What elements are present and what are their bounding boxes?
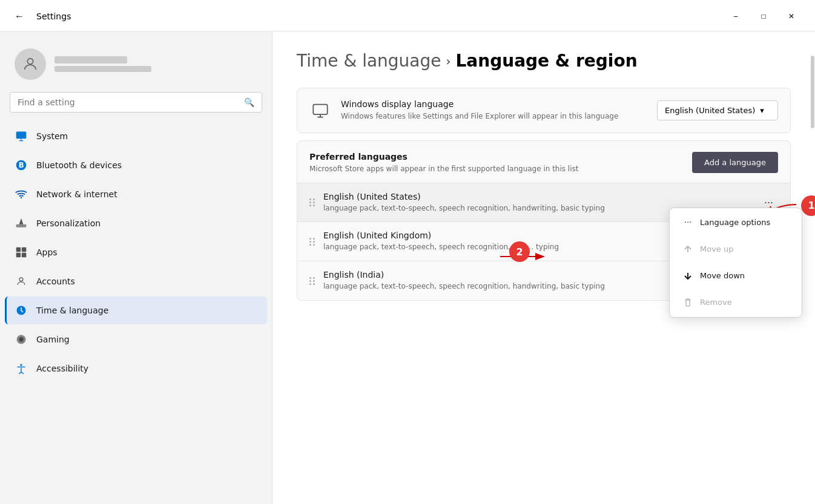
svg-text:B: B [19, 161, 24, 169]
breadcrumb: Time & language › Language & region [297, 51, 791, 71]
sidebar-item-network[interactable]: Network & internet [5, 180, 267, 208]
context-menu-language-options-label: Language options [700, 218, 770, 227]
user-name [54, 56, 127, 64]
app-title: Settings [36, 11, 71, 21]
breadcrumb-current: Language & region [456, 51, 638, 71]
windows-display-language-card: Windows display language Windows feature… [297, 88, 791, 133]
svg-rect-9 [22, 253, 27, 258]
display-language-value: English (United States) [665, 106, 755, 115]
sidebar-item-accounts[interactable]: Accounts [5, 267, 267, 295]
arrow-down-icon [682, 270, 694, 282]
sidebar-item-gaming[interactable]: Gaming [5, 326, 267, 353]
monitor-icon [15, 129, 28, 143]
add-language-button[interactable]: Add a language [692, 152, 778, 173]
context-menu-remove: Remove [672, 290, 799, 315]
sidebar-label-apps: Apps [36, 247, 58, 257]
svg-rect-7 [22, 247, 27, 252]
language-name-en-us: English (United States) [323, 192, 751, 201]
scrollbar-track [810, 31, 815, 504]
sidebar-item-system[interactable]: System [5, 122, 267, 150]
user-info [54, 56, 151, 72]
main-content: Time & language › Language & region Wind… [272, 31, 815, 504]
accessibility-icon [15, 362, 28, 375]
search-input[interactable] [18, 97, 239, 107]
sidebar-label-network: Network & internet [36, 189, 117, 199]
windows-display-language-title: Windows display language [341, 99, 647, 109]
title-bar-left: ← Settings [10, 8, 71, 24]
scrollbar-thumb[interactable] [811, 56, 814, 128]
sidebar-label-accounts: Accounts [36, 277, 75, 286]
avatar [15, 48, 46, 80]
context-menu-move-down[interactable]: Move down [672, 264, 799, 288]
sidebar-item-apps[interactable]: Apps [5, 238, 267, 266]
sidebar-label-bluetooth: Bluetooth & devices [36, 160, 122, 170]
apps-icon [15, 246, 28, 259]
clock-icon [15, 304, 28, 317]
svg-rect-8 [16, 253, 21, 258]
title-bar: ← Settings – □ ✕ [0, 0, 815, 31]
maximize-button[interactable]: □ [750, 7, 777, 26]
windows-display-language-desc: Windows features like Settings and File … [341, 111, 647, 122]
svg-point-10 [19, 278, 23, 281]
display-language-icon [309, 99, 331, 121]
network-icon [15, 188, 28, 201]
svg-point-4 [21, 197, 22, 199]
svg-rect-6 [16, 247, 21, 252]
breadcrumb-parent[interactable]: Time & language [297, 51, 441, 71]
window-controls: – □ ✕ [722, 7, 805, 26]
context-menu-move-up-label: Move up [700, 244, 734, 254]
context-menu: ··· Language options Move up [669, 208, 802, 318]
user-profile-section[interactable] [0, 31, 272, 92]
svg-rect-5 [16, 224, 27, 227]
preferred-languages-desc: Microsoft Store apps will appear in the … [309, 164, 579, 174]
context-menu-remove-label: Remove [700, 298, 732, 307]
sidebar-label-accessibility: Accessibility [36, 364, 88, 373]
search-icon: 🔍 [244, 97, 254, 107]
search-box[interactable]: 🔍 [10, 92, 262, 113]
sidebar-item-personalization[interactable]: Personalization [5, 209, 267, 237]
context-menu-language-options[interactable]: ··· Language options [672, 211, 799, 235]
preferred-languages-title: Preferred languages [309, 152, 579, 162]
close-button[interactable]: ✕ [777, 7, 805, 26]
options-icon: ··· [682, 217, 694, 229]
annotation-1: 1 [801, 195, 815, 216]
back-button[interactable]: ← [10, 8, 29, 24]
svg-rect-16 [313, 105, 327, 114]
user-email [54, 66, 151, 72]
svg-point-0 [27, 59, 33, 64]
context-menu-move-up: Move up [672, 237, 799, 261]
trash-icon [682, 296, 694, 309]
search-section: 🔍 [10, 92, 262, 113]
context-menu-move-down-label: Move down [700, 271, 745, 280]
language-item-en-us: English (United States) language pack, t… [297, 183, 790, 222]
svg-rect-1 [16, 132, 27, 139]
sidebar: 🔍 System B Bluetooth & devices [0, 31, 272, 504]
minimize-button[interactable]: – [722, 7, 750, 26]
breadcrumb-separator: › [446, 54, 451, 68]
sidebar-item-bluetooth[interactable]: B Bluetooth & devices [5, 151, 267, 179]
drag-handle-en-us[interactable] [309, 198, 315, 206]
drag-handle-en-gb[interactable] [309, 238, 315, 246]
gaming-icon [15, 333, 28, 346]
nav-list: System B Bluetooth & devices Network [0, 122, 272, 382]
sidebar-label-time-language: Time & language [36, 306, 108, 315]
arrow-up-icon [682, 243, 694, 255]
brush-icon [15, 217, 28, 230]
chevron-down-icon: ▾ [760, 106, 764, 115]
sidebar-item-accessibility[interactable]: Accessibility [5, 355, 267, 382]
bluetooth-icon: B [15, 159, 28, 172]
display-language-dropdown[interactable]: English (United States) ▾ [657, 100, 778, 120]
preferred-languages-section: Preferred languages Microsoft Store apps… [297, 140, 791, 301]
accounts-icon [15, 275, 28, 288]
preferred-header: Preferred languages Microsoft Store apps… [297, 141, 790, 183]
app-body: 🔍 System B Bluetooth & devices [0, 31, 815, 504]
sidebar-label-gaming: Gaming [36, 335, 70, 344]
sidebar-label-personalization: Personalization [36, 218, 101, 228]
svg-point-15 [20, 364, 22, 366]
sidebar-label-system: System [36, 131, 68, 141]
svg-point-14 [20, 338, 22, 340]
sidebar-item-time-language[interactable]: Time & language [5, 296, 267, 324]
drag-handle-en-in[interactable] [309, 277, 315, 285]
